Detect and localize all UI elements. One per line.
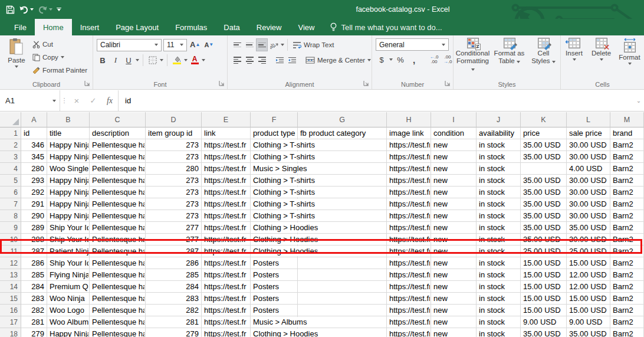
cell-K4[interactable] <box>521 163 567 175</box>
cell-B5[interactable]: Happy Ninja <box>47 175 90 187</box>
cell-B18[interactable]: Happy Ninja <box>47 328 90 337</box>
column-header-L[interactable]: L <box>567 112 610 127</box>
cell-A9[interactable]: 289 <box>21 222 47 234</box>
cell-L4[interactable]: 4.00 USD <box>567 163 610 175</box>
cell-C18[interactable]: Pellentesque habitant morbi <box>90 328 146 337</box>
decrease-indent-button[interactable] <box>274 54 285 67</box>
merge-center-button[interactable]: Merge & Center <box>304 54 373 67</box>
row-header-9[interactable]: 9 <box>0 222 21 234</box>
cell-B16[interactable]: Woo Logo <box>47 305 90 316</box>
row-header-5[interactable]: 5 <box>0 175 21 187</box>
cell-K14[interactable]: 15.00 USD <box>521 281 567 293</box>
cell-M5[interactable]: Barn2 <box>610 175 644 187</box>
cell-M11[interactable]: Barn2 <box>610 246 644 257</box>
cell-C9[interactable]: Pellentesque habitant morbi <box>90 222 146 234</box>
cell-C15[interactable]: Pellentesque habitant morbi <box>90 293 146 305</box>
tab-data[interactable]: Data <box>215 19 248 35</box>
cell-M15[interactable]: Barn2 <box>610 293 644 305</box>
cell-I6[interactable]: new <box>431 187 477 198</box>
column-header-C[interactable]: C <box>90 112 146 127</box>
cell-C14[interactable]: Pellentesque habitant morbi <box>90 281 146 293</box>
cell-B1[interactable]: title <box>47 127 90 139</box>
cell-K11[interactable]: 25.00 USD <box>521 246 567 257</box>
cell-I13[interactable]: new <box>431 269 477 281</box>
delete-dropdown-icon[interactable] <box>600 58 603 61</box>
cell-C8[interactable]: Pellentesque habitant morbi <box>90 210 146 222</box>
cell-H14[interactable]: https://test.fr <box>387 281 431 293</box>
name-box-dropdown-icon[interactable] <box>52 100 56 102</box>
insert-function-button[interactable]: fx <box>101 90 118 111</box>
cell-J7[interactable]: in stock <box>477 198 521 210</box>
cell-B2[interactable]: Happy Ninja <box>47 139 90 151</box>
cell-E8[interactable]: https://test.fr <box>202 210 251 222</box>
cell-D18[interactable]: 279 <box>146 328 202 337</box>
cell-J13[interactable]: in stock <box>477 269 521 281</box>
column-header-A[interactable]: A <box>21 112 47 127</box>
cell-K5[interactable]: 35.00 USD <box>521 175 567 187</box>
cell-E18[interactable]: https://test.fr <box>202 328 251 337</box>
borders-button[interactable] <box>147 54 159 67</box>
cell-C3[interactable]: Pellentesque habitant morbi <box>90 151 146 163</box>
cell-B6[interactable]: Happy Ninja <box>47 187 90 198</box>
column-header-B[interactable]: B <box>47 112 90 127</box>
clipboard-dialog-launcher-icon[interactable] <box>84 80 91 87</box>
cell-E1[interactable]: link <box>202 127 251 139</box>
cell-B10[interactable]: Ship Your Idea <box>47 234 90 246</box>
increase-indent-button[interactable] <box>286 54 298 67</box>
cell-L15[interactable]: 15.00 USD <box>567 293 610 305</box>
cell-F14[interactable]: Posters <box>251 281 298 293</box>
orientation-dropdown-icon[interactable] <box>281 44 284 46</box>
cell-J17[interactable]: in stock <box>477 316 521 328</box>
row-header-3[interactable]: 3 <box>0 151 21 163</box>
row-header-2[interactable]: 2 <box>0 139 21 151</box>
cell-M9[interactable]: Barn2 <box>610 222 644 234</box>
cell-E15[interactable]: https://test.fr <box>202 293 251 305</box>
cell-I14[interactable]: new <box>431 281 477 293</box>
cell-D11[interactable]: 287 <box>146 246 202 257</box>
cell-K16[interactable]: 15.00 USD <box>521 305 567 316</box>
tab-file[interactable]: File <box>6 19 35 35</box>
cell-I8[interactable]: new <box>431 210 477 222</box>
cell-I17[interactable]: new <box>431 316 477 328</box>
cell-J1[interactable]: availability <box>477 127 521 139</box>
cell-G12[interactable] <box>298 257 387 269</box>
shrink-font-button[interactable]: A▼ <box>203 38 215 51</box>
redo-dropdown-icon[interactable] <box>49 8 52 11</box>
cell-L18[interactable]: 35.00 USD <box>567 328 610 337</box>
cell-B11[interactable]: Patient Ninja <box>47 246 90 257</box>
cell-M13[interactable]: Barn2 <box>610 269 644 281</box>
cell-F8[interactable]: Clothing > T-shirts <box>251 210 298 222</box>
cell-J10[interactable]: in stock <box>477 234 521 246</box>
insert-cells-button[interactable]: Insert <box>562 35 587 78</box>
cell-styles-button[interactable]: CellStyles <box>528 35 560 78</box>
row-header-18[interactable]: 18 <box>0 328 21 337</box>
cell-J11[interactable]: in stock <box>477 246 521 257</box>
row-header-11[interactable]: 11 <box>0 246 21 257</box>
cell-M6[interactable]: Barn2 <box>610 187 644 198</box>
cell-F1[interactable]: product type <box>251 127 298 139</box>
cell-J14[interactable]: in stock <box>477 281 521 293</box>
copy-button[interactable]: Copy <box>31 51 89 64</box>
cell-I4[interactable]: new <box>431 163 477 175</box>
cell-F3[interactable]: Clothing > T-shirts <box>251 151 298 163</box>
cell-F9[interactable]: Clothing > Hoodies <box>251 222 298 234</box>
row-header-14[interactable]: 14 <box>0 281 21 293</box>
row-header-8[interactable]: 8 <box>0 210 21 222</box>
column-header-G[interactable]: G <box>298 112 387 127</box>
save-button[interactable] <box>6 5 15 14</box>
cell-A14[interactable]: 284 <box>21 281 47 293</box>
cell-G13[interactable] <box>298 269 387 281</box>
cell-J18[interactable]: in stock <box>477 328 521 337</box>
cell-D1[interactable]: item group id <box>146 127 202 139</box>
redo-button[interactable] <box>38 5 52 14</box>
delete-cells-button[interactable]: ✕ Delete <box>589 35 614 78</box>
cell-F10[interactable]: Clothing > Hoodies <box>251 234 298 246</box>
cell-D8[interactable]: 273 <box>146 210 202 222</box>
cell-L8[interactable]: 30.00 USD <box>567 210 610 222</box>
cell-M17[interactable]: Barn2 <box>610 316 644 328</box>
cell-K1[interactable]: price <box>521 127 567 139</box>
cell-D10[interactable]: 277 <box>146 234 202 246</box>
cell-E11[interactable]: https://test.fr <box>202 246 251 257</box>
bottom-align-button[interactable] <box>256 38 268 51</box>
cell-A15[interactable]: 283 <box>21 293 47 305</box>
